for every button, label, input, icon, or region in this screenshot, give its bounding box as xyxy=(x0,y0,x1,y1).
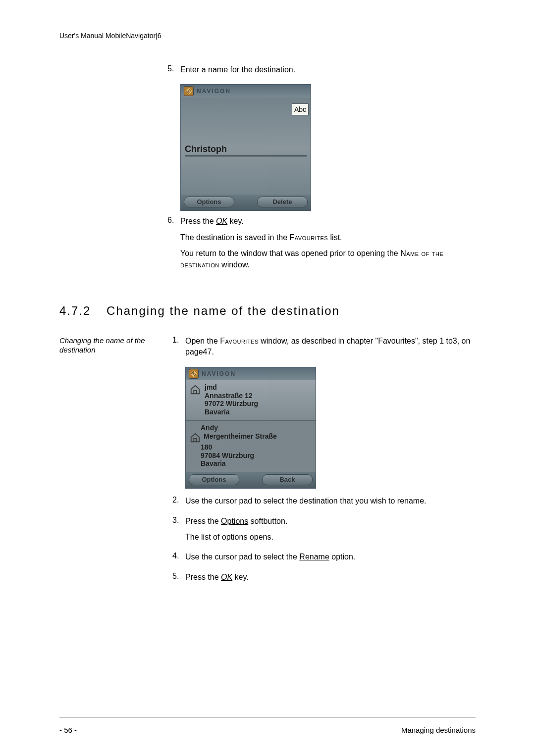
section-heading: 4.7.2 Changing the name of the destinati… xyxy=(59,304,476,318)
step-text: Open the Favourites window, as described… xyxy=(185,336,476,358)
favourite-name: Andy xyxy=(190,424,312,432)
step-number: 5. xyxy=(167,64,180,80)
softkey-row: Options Back xyxy=(186,472,316,488)
mock-brand: NAVIGON xyxy=(202,370,236,377)
back-button[interactable]: Back xyxy=(262,474,313,485)
navigon-logo-icon xyxy=(189,369,199,379)
mock-brand: NAVIGON xyxy=(197,88,231,95)
chapter-title: Managing destinations xyxy=(401,726,476,734)
step-text: Press the OK key. xyxy=(180,216,476,227)
favourite-address: Bavaria xyxy=(205,408,258,416)
section-number: 4.7.2 xyxy=(59,304,107,318)
house-icon xyxy=(190,432,201,443)
step-text: Use the cursor pad to select the Rename … xyxy=(185,552,476,562)
page-number: - 56 - xyxy=(59,726,77,734)
favourite-address: 97072 Würzburg xyxy=(205,400,258,408)
step-4: 4. Use the cursor pad to select the Rena… xyxy=(172,552,476,567)
page-header: User's Manual MobileNavigator|6 xyxy=(59,32,476,40)
favourite-address: Annastraße 12 xyxy=(205,392,258,400)
step-number: 4. xyxy=(172,552,185,567)
step-5b: 5. Press the OK key. xyxy=(172,572,476,588)
margin-note: Changing the name of the destination xyxy=(59,336,172,592)
mock-titlebar: NAVIGON xyxy=(181,85,311,98)
favourite-address: Mergentheimer Straße xyxy=(204,432,277,443)
step-2: 2. Use the cursor pad to select the dest… xyxy=(172,496,476,511)
section-title: Changing the name of the destination xyxy=(107,304,340,318)
navigon-logo-icon xyxy=(184,86,194,96)
favourite-address: Bavaria xyxy=(190,459,312,468)
favourite-address: 180 xyxy=(190,443,312,452)
step-text: The list of options opens. xyxy=(185,532,476,543)
step-text: Press the Options softbutton. xyxy=(185,516,476,527)
options-button[interactable]: Options xyxy=(189,474,239,485)
step-number: 1. xyxy=(172,336,185,363)
screenshot-favourites-list: NAVIGON jmd Annastraße 12 97072 Würzburg… xyxy=(185,367,316,489)
step-text: You return to the window that was opened… xyxy=(180,248,476,270)
page-footer: - 56 - Managing destinations xyxy=(59,726,476,734)
step-text: Enter a name for the destination. xyxy=(180,64,476,75)
step-text: Press the OK key. xyxy=(185,572,476,583)
favourite-item[interactable]: jmd Annastraße 12 97072 Würzburg Bavaria xyxy=(186,380,316,421)
options-button[interactable]: Options xyxy=(184,197,234,207)
house-icon xyxy=(190,384,201,395)
screenshot-enter-name: NAVIGON Abc Christoph Options Delete xyxy=(180,84,311,211)
mock-titlebar: NAVIGON xyxy=(186,367,316,380)
input-mode-indicator: Abc xyxy=(292,103,309,115)
step-3: 3. Press the Options softbutton. The lis… xyxy=(172,516,476,548)
step-number: 3. xyxy=(172,516,185,548)
delete-button[interactable]: Delete xyxy=(257,197,308,207)
favourite-address: 97084 Würzburg xyxy=(190,452,312,460)
step-5: 5. Enter a name for the destination. xyxy=(167,64,476,80)
step-1: 1. Open the Favourites window, as descri… xyxy=(172,336,476,363)
name-input-field[interactable]: Christoph xyxy=(185,144,307,156)
favourite-item[interactable]: Andy Mergentheimer Straße 180 97084 Würz… xyxy=(186,421,316,472)
step-text: Use the cursor pad to select the destina… xyxy=(185,496,476,506)
step-6: 6. Press the OK key. The destination is … xyxy=(167,216,476,275)
step-number: 2. xyxy=(172,496,185,511)
softkey-row: Options Delete xyxy=(181,195,311,210)
step-number: 5. xyxy=(172,572,185,588)
favourite-name: jmd xyxy=(205,383,258,392)
footer-rule xyxy=(59,717,476,717)
step-text: The destination is saved in the Favourit… xyxy=(180,232,476,243)
step-number: 6. xyxy=(167,216,180,275)
